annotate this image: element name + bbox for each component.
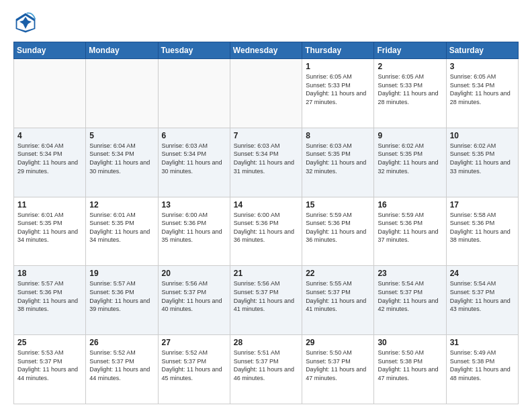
weekday-monday: Monday: [86, 42, 158, 59]
day-cell: 5Sunrise: 6:04 AM Sunset: 5:34 PM Daylig…: [86, 128, 158, 197]
day-cell: 4Sunrise: 6:04 AM Sunset: 5:34 PM Daylig…: [14, 128, 86, 197]
logo: [13, 11, 42, 35]
calendar-header: SundayMondayTuesdayWednesdayThursdayFrid…: [14, 42, 519, 59]
day-cell: 12Sunrise: 6:01 AM Sunset: 5:35 PM Dayli…: [86, 197, 158, 266]
day-number: 23: [378, 269, 442, 278]
day-cell: 1Sunrise: 6:05 AM Sunset: 5:33 PM Daylig…: [302, 59, 374, 128]
day-cell: 7Sunrise: 6:03 AM Sunset: 5:34 PM Daylig…: [230, 128, 302, 197]
day-number: 24: [450, 269, 515, 278]
day-number: 26: [89, 338, 154, 347]
day-cell: [230, 59, 302, 128]
weekday-sunday: Sunday: [14, 42, 86, 59]
day-cell: [14, 59, 86, 128]
day-info: Sunrise: 5:50 AM Sunset: 5:38 PM Dayligh…: [378, 349, 442, 382]
weekday-header-row: SundayMondayTuesdayWednesdayThursdayFrid…: [14, 42, 519, 59]
day-info: Sunrise: 5:50 AM Sunset: 5:37 PM Dayligh…: [306, 349, 370, 382]
day-number: 16: [378, 200, 442, 210]
day-number: 11: [17, 200, 82, 210]
day-cell: 15Sunrise: 5:59 AM Sunset: 5:36 PM Dayli…: [302, 197, 374, 266]
day-cell: 18Sunrise: 5:57 AM Sunset: 5:36 PM Dayli…: [14, 266, 86, 335]
day-cell: 26Sunrise: 5:52 AM Sunset: 5:37 PM Dayli…: [86, 335, 158, 404]
day-info: Sunrise: 5:59 AM Sunset: 5:36 PM Dayligh…: [378, 211, 442, 244]
day-info: Sunrise: 6:01 AM Sunset: 5:35 PM Dayligh…: [17, 211, 82, 244]
day-info: Sunrise: 5:57 AM Sunset: 5:36 PM Dayligh…: [89, 279, 154, 313]
day-number: 15: [306, 200, 370, 210]
day-cell: 23Sunrise: 5:54 AM Sunset: 5:37 PM Dayli…: [374, 266, 446, 335]
day-number: 25: [17, 338, 82, 347]
day-cell: 24Sunrise: 5:54 AM Sunset: 5:37 PM Dayli…: [446, 266, 518, 335]
logo-icon: [13, 11, 38, 35]
weekday-wednesday: Wednesday: [230, 42, 302, 59]
day-number: 13: [162, 200, 226, 210]
page: SundayMondayTuesdayWednesdayThursdayFrid…: [0, 0, 532, 411]
day-cell: 11Sunrise: 6:01 AM Sunset: 5:35 PM Dayli…: [14, 197, 86, 266]
day-cell: 29Sunrise: 5:50 AM Sunset: 5:37 PM Dayli…: [302, 335, 374, 404]
day-info: Sunrise: 6:05 AM Sunset: 5:34 PM Dayligh…: [450, 73, 515, 106]
day-number: 31: [450, 338, 515, 347]
day-info: Sunrise: 5:54 AM Sunset: 5:37 PM Dayligh…: [378, 279, 442, 313]
day-cell: 16Sunrise: 5:59 AM Sunset: 5:36 PM Dayli…: [374, 197, 446, 266]
day-number: 6: [162, 131, 226, 140]
day-info: Sunrise: 5:55 AM Sunset: 5:37 PM Dayligh…: [306, 279, 370, 313]
day-info: Sunrise: 6:02 AM Sunset: 5:35 PM Dayligh…: [378, 142, 442, 175]
weekday-friday: Friday: [374, 42, 446, 59]
header: [13, 11, 519, 35]
day-number: 29: [306, 338, 370, 347]
day-info: Sunrise: 5:52 AM Sunset: 5:37 PM Dayligh…: [89, 349, 154, 382]
day-number: 19: [89, 269, 154, 278]
day-cell: 27Sunrise: 5:52 AM Sunset: 5:37 PM Dayli…: [158, 335, 230, 404]
day-info: Sunrise: 5:56 AM Sunset: 5:37 PM Dayligh…: [234, 279, 298, 313]
day-number: 10: [450, 131, 515, 140]
day-info: Sunrise: 6:03 AM Sunset: 5:34 PM Dayligh…: [162, 142, 226, 175]
day-cell: 3Sunrise: 6:05 AM Sunset: 5:34 PM Daylig…: [446, 59, 518, 128]
week-row-1: 1Sunrise: 6:05 AM Sunset: 5:33 PM Daylig…: [14, 59, 519, 128]
day-cell: 10Sunrise: 6:02 AM Sunset: 5:35 PM Dayli…: [446, 128, 518, 197]
day-number: 22: [306, 269, 370, 278]
day-number: 4: [17, 131, 82, 140]
day-number: 9: [378, 131, 442, 140]
day-cell: 17Sunrise: 5:58 AM Sunset: 5:36 PM Dayli…: [446, 197, 518, 266]
day-number: 17: [450, 200, 515, 210]
day-info: Sunrise: 5:59 AM Sunset: 5:36 PM Dayligh…: [306, 211, 370, 244]
day-info: Sunrise: 5:52 AM Sunset: 5:37 PM Dayligh…: [162, 349, 226, 382]
day-number: 5: [89, 131, 154, 140]
day-number: 30: [378, 338, 442, 347]
day-cell: 21Sunrise: 5:56 AM Sunset: 5:37 PM Dayli…: [230, 266, 302, 335]
day-info: Sunrise: 5:54 AM Sunset: 5:37 PM Dayligh…: [450, 279, 515, 313]
day-cell: 2Sunrise: 6:05 AM Sunset: 5:33 PM Daylig…: [374, 59, 446, 128]
day-cell: [158, 59, 230, 128]
day-cell: 30Sunrise: 5:50 AM Sunset: 5:38 PM Dayli…: [374, 335, 446, 404]
day-cell: 31Sunrise: 5:49 AM Sunset: 5:38 PM Dayli…: [446, 335, 518, 404]
week-row-2: 4Sunrise: 6:04 AM Sunset: 5:34 PM Daylig…: [14, 128, 519, 197]
day-number: 27: [162, 338, 226, 347]
day-info: Sunrise: 6:00 AM Sunset: 5:36 PM Dayligh…: [162, 211, 226, 244]
day-number: 3: [450, 62, 515, 71]
day-cell: 9Sunrise: 6:02 AM Sunset: 5:35 PM Daylig…: [374, 128, 446, 197]
day-number: 2: [378, 62, 442, 71]
calendar-table: SundayMondayTuesdayWednesdayThursdayFrid…: [13, 42, 519, 404]
day-info: Sunrise: 6:03 AM Sunset: 5:35 PM Dayligh…: [306, 142, 370, 175]
day-number: 18: [17, 269, 82, 278]
day-info: Sunrise: 6:04 AM Sunset: 5:34 PM Dayligh…: [17, 142, 82, 175]
day-cell: 25Sunrise: 5:53 AM Sunset: 5:37 PM Dayli…: [14, 335, 86, 404]
week-row-4: 18Sunrise: 5:57 AM Sunset: 5:36 PM Dayli…: [14, 266, 519, 335]
day-info: Sunrise: 6:03 AM Sunset: 5:34 PM Dayligh…: [234, 142, 298, 175]
day-number: 8: [306, 131, 370, 140]
day-number: 12: [89, 200, 154, 210]
day-cell: [86, 59, 158, 128]
day-info: Sunrise: 6:00 AM Sunset: 5:36 PM Dayligh…: [234, 211, 298, 244]
day-number: 7: [234, 131, 298, 140]
day-info: Sunrise: 5:56 AM Sunset: 5:37 PM Dayligh…: [162, 279, 226, 313]
week-row-5: 25Sunrise: 5:53 AM Sunset: 5:37 PM Dayli…: [14, 335, 519, 404]
day-number: 28: [234, 338, 298, 347]
day-cell: 6Sunrise: 6:03 AM Sunset: 5:34 PM Daylig…: [158, 128, 230, 197]
day-info: Sunrise: 6:02 AM Sunset: 5:35 PM Dayligh…: [450, 142, 515, 175]
day-info: Sunrise: 6:05 AM Sunset: 5:33 PM Dayligh…: [378, 73, 442, 106]
day-cell: 22Sunrise: 5:55 AM Sunset: 5:37 PM Dayli…: [302, 266, 374, 335]
day-number: 20: [162, 269, 226, 278]
day-info: Sunrise: 5:51 AM Sunset: 5:37 PM Dayligh…: [234, 349, 298, 382]
day-cell: 19Sunrise: 5:57 AM Sunset: 5:36 PM Dayli…: [86, 266, 158, 335]
day-cell: 14Sunrise: 6:00 AM Sunset: 5:36 PM Dayli…: [230, 197, 302, 266]
day-info: Sunrise: 6:04 AM Sunset: 5:34 PM Dayligh…: [89, 142, 154, 175]
week-row-3: 11Sunrise: 6:01 AM Sunset: 5:35 PM Dayli…: [14, 197, 519, 266]
